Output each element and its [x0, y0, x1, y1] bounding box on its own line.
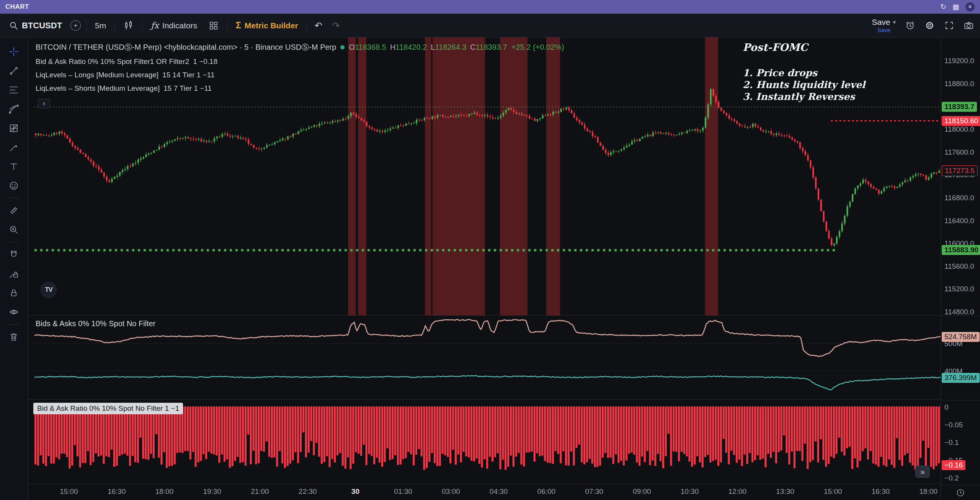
chevron-down-icon: ▾ [893, 19, 896, 25]
brush-icon [8, 142, 19, 153]
window-title: CHART [5, 3, 29, 11]
price-tick-label: 118000.0 [944, 125, 974, 134]
price-tick-label: 115200.0 [944, 285, 974, 293]
time-tick-label: 21:00 [251, 487, 269, 496]
ratio-tick-label: −0.2 [944, 474, 959, 482]
tradingview-logo[interactable]: TV [40, 281, 57, 298]
time-tick-label: 04:30 [490, 487, 508, 496]
metric-builder-button[interactable]: Σ Metric Builder [233, 18, 301, 33]
main-legend: BITCOIN / TETHER (USDⓈ-M Perp) <hyblockc… [36, 42, 564, 93]
add-symbol-button[interactable]: + [70, 20, 81, 31]
draw-lock-tool[interactable] [5, 264, 23, 283]
emoji-tool[interactable] [5, 176, 23, 195]
price-tick-label: 117600.0 [944, 148, 974, 157]
delete-all-tool[interactable] [5, 327, 23, 346]
note-line: 1. Price drops [743, 67, 865, 79]
ratio-tick-label: 0 [944, 403, 949, 412]
time-tick-label: 12:00 [728, 487, 747, 496]
indicators-label: Indicators [162, 21, 197, 30]
zoom-in-tool[interactable] [5, 220, 23, 239]
search-icon [9, 21, 18, 30]
time-tick-label: 18:00 [920, 487, 938, 496]
plus-icon: + [74, 21, 78, 30]
time-tick-label: 16:30 [108, 487, 126, 496]
indicator-templates-button[interactable] [206, 18, 222, 33]
bids-asks-legend[interactable]: Bids & Asks 0% 10% Spot No Filter [36, 319, 155, 328]
window-title-bar: CHART ↻ ▦ × [0, 0, 980, 14]
close-icon[interactable]: × [965, 2, 975, 11]
indicator-legend-row[interactable]: LiqLevels – Shorts [Medium Leverage]15 7… [36, 84, 564, 93]
sidebar-separator [8, 198, 20, 198]
price-axis[interactable]: 119200.0118800.0118400.0118000.0117600.0… [941, 38, 980, 500]
alert-clock-icon [905, 20, 915, 31]
fullscreen-button[interactable] [944, 20, 954, 31]
note-line: 2. Hunts liquidity level [743, 79, 865, 91]
toolbar-separator [86, 20, 87, 31]
price-tick-label: 116800.0 [944, 194, 974, 202]
grid-icon[interactable]: ▦ [952, 3, 959, 10]
fullscreen-icon [944, 20, 954, 31]
bids-asks-pane: Bids & Asks 0% 10% Spot No Filter [28, 315, 941, 400]
symbol-legend-row[interactable]: BITCOIN / TETHER (USDⓈ-M Perp) <hyblockc… [36, 42, 564, 52]
pitchfork-icon [8, 104, 19, 114]
price-tick-label: 116400.0 [944, 217, 974, 225]
symbol-title: BITCOIN / TETHER (USDⓈ-M Perp) <hyblockc… [36, 42, 336, 52]
hide-all-tool[interactable] [5, 302, 23, 322]
market-status-icon [340, 45, 345, 49]
crosshair-icon [8, 46, 19, 57]
clock-icon[interactable] [956, 488, 965, 497]
alert-button[interactable] [905, 20, 915, 31]
text-note[interactable]: Post-FOMC 1. Price drops 2. Hunts liquid… [743, 41, 865, 103]
time-tick-label: 15:00 [60, 487, 78, 496]
time-tick-label: 07:30 [585, 487, 603, 496]
settings-button[interactable] [924, 20, 935, 31]
ratio-pane: Bid & Ask Ratio 0% 10% Spot No Filter 1 … [28, 400, 941, 484]
chart-workspace: BITCOIN / TETHER (USDⓈ-M Perp) <hyblockc… [0, 38, 980, 500]
toolbar-separator [307, 20, 307, 31]
time-tick-label: 22:30 [299, 487, 317, 496]
indicator-legend-row[interactable]: Bid & Ask Ratio 0% 10% Spot Filter1 OR F… [36, 57, 564, 66]
ratio-tick-label: −0.05 [944, 421, 963, 429]
indicators-button[interactable]: ƒx Indicators [148, 18, 200, 33]
ruler-icon [8, 205, 19, 216]
time-tick-label: 30 [351, 487, 359, 496]
magnet-tool[interactable] [5, 245, 23, 264]
ratio-legend[interactable]: Bid & Ask Ratio 0% 10% Spot No Filter 1 … [33, 403, 183, 414]
symbol-search-button[interactable]: BTCUSDT [6, 18, 65, 33]
axis-pane-separator [941, 485, 980, 485]
fib-retracement-tool[interactable] [5, 80, 23, 100]
interval-button[interactable]: 5m [92, 19, 109, 33]
price-tick-label: 119200.0 [944, 57, 974, 65]
brush-tool[interactable] [5, 138, 23, 157]
price-label-chip: 115883.90 [942, 245, 980, 255]
chart-type-button[interactable] [120, 18, 137, 33]
legend-collapse-button[interactable]: ∧ [38, 99, 50, 108]
sigma-icon: Σ [236, 20, 241, 31]
trend-line-tool[interactable] [5, 61, 23, 80]
time-tick-label: 15:00 [824, 487, 842, 496]
price-tick-label: 114800.0 [944, 308, 974, 316]
time-tick-label: 16:30 [872, 487, 890, 496]
crosshair-tool[interactable] [5, 42, 23, 61]
scroll-right-button[interactable]: » [915, 466, 930, 478]
interval-label: 5m [95, 21, 106, 30]
ohlc-readout: O118368.5 H118420.2 L118264.3 C118393.7 [349, 43, 507, 52]
text-tool[interactable] [5, 157, 23, 176]
save-button[interactable]: Save ▾ Save [872, 18, 896, 33]
ratio-tick-label: −0.1 [944, 438, 959, 447]
pitchfork-tool[interactable] [5, 100, 23, 119]
text-icon [8, 161, 19, 172]
undo-button[interactable]: ↶ [312, 20, 325, 32]
screenshot-button[interactable] [964, 20, 974, 31]
indicator-legend-row[interactable]: LiqLevels – Longs [Medium Leverage]15 14… [36, 71, 564, 79]
drawing-sidebar [0, 38, 28, 500]
bids-asks-canvas[interactable] [28, 315, 941, 400]
time-axis[interactable]: 15:0016:3018:0019:3021:0022:303001:3003:… [28, 484, 941, 499]
ruler-tool[interactable] [5, 201, 23, 220]
redo-button[interactable]: ↷ [330, 20, 342, 32]
eye-icon [8, 307, 19, 317]
refresh-icon[interactable]: ↻ [940, 3, 946, 10]
lock-all-tool[interactable] [5, 283, 23, 302]
time-tick-label: 13:30 [776, 487, 794, 496]
gann-box-tool[interactable] [5, 119, 23, 138]
